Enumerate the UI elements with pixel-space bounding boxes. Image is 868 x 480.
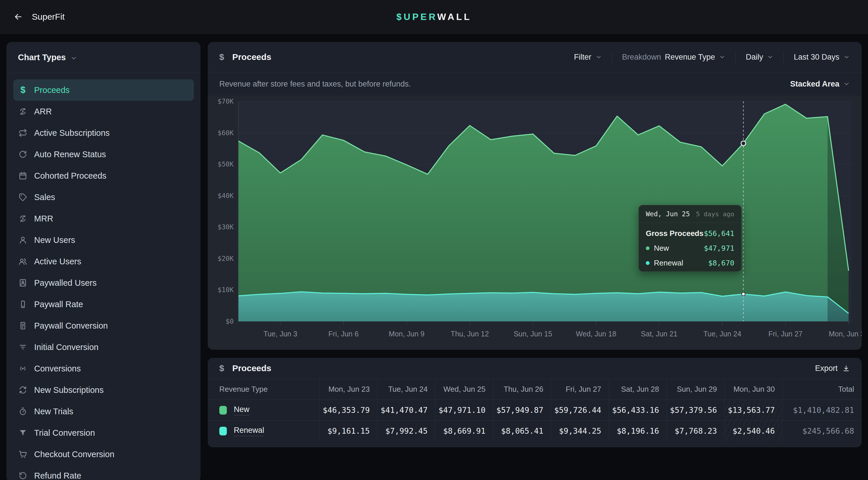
chart-types-header[interactable]: Chart Types: [6, 42, 200, 73]
sidebar-item-label: Refund Rate: [34, 471, 81, 480]
chart-type-dropdown[interactable]: Stacked Area: [790, 80, 850, 89]
chart-types-sidebar: Chart Types $Proceeds$ARRActive Subscrip…: [6, 42, 200, 480]
sidebar-item-auto-renew-status[interactable]: Auto Renew Status: [13, 144, 194, 165]
table-panel-title: Proceeds: [232, 363, 271, 373]
sidebar-item-arr[interactable]: $ARR: [13, 101, 194, 122]
svg-text:$10K: $10K: [218, 286, 234, 294]
svg-text:$60K: $60K: [218, 129, 234, 137]
tooltip-date: Wed, Jun 25: [646, 210, 690, 218]
sidebar-item-label: New Trials: [34, 407, 73, 416]
sidebar-item-label: New Users: [34, 235, 75, 245]
svg-text:Mon, Jun 30: Mon, Jun 30: [829, 330, 862, 338]
date-range-value: Last 30 Days: [794, 53, 839, 62]
proceeds-table: Revenue TypeMon, Jun 23Tue, Jun 24Wed, J…: [208, 379, 862, 441]
breakdown-label: Breakdown: [622, 53, 661, 62]
sidebar-item-refund-rate[interactable]: Refund Rate: [13, 465, 194, 480]
chart-type-value: Stacked Area: [790, 80, 839, 89]
breakdown-dropdown[interactable]: Breakdown Revenue Type: [622, 53, 726, 62]
superwall-dashboard: SuperFit $UPERWALL Chart Types $Proceeds…: [0, 0, 868, 480]
table-cell: $8,065.41: [493, 420, 551, 441]
export-label: Export: [815, 364, 838, 373]
download-icon: [842, 364, 850, 372]
radio-icon: [19, 364, 27, 373]
table-header-total: Total: [782, 379, 862, 399]
svg-text:Tue, Jun 3: Tue, Jun 3: [263, 330, 297, 338]
sidebar-item-cohorted-proceeds[interactable]: Cohorted Proceeds: [13, 165, 194, 186]
svg-text:$0: $0: [226, 318, 234, 325]
sidebar-item-label: New Subscriptions: [34, 385, 103, 395]
sidebar-item-initial-conversion[interactable]: Initial Conversion: [13, 336, 194, 358]
table-cell: $47,971.10: [435, 399, 493, 420]
svg-text:$20K: $20K: [218, 255, 234, 262]
sidebar-item-mrr[interactable]: $MRR: [13, 208, 194, 229]
sidebar-item-paywalled-users[interactable]: Paywalled Users: [13, 272, 194, 294]
series-swatch: [219, 427, 227, 436]
sidebar-item-label: Paywall Conversion: [34, 321, 108, 331]
sidebar-item-paywall-rate[interactable]: Paywall Rate: [13, 294, 194, 315]
granularity-dropdown[interactable]: Daily: [746, 53, 774, 62]
table-header-thu-jun-26: Thu, Jun 26: [493, 379, 551, 399]
table-cell: $57,379.56: [666, 399, 724, 420]
sidebar-item-checkout-conversion[interactable]: Checkout Conversion: [13, 444, 194, 465]
sidebar-item-sales[interactable]: Sales: [13, 186, 194, 208]
export-button[interactable]: Export: [815, 364, 850, 373]
breakdown-value: Revenue Type: [665, 53, 715, 62]
table-header-mon-jun-23: Mon, Jun 23: [319, 379, 377, 399]
svg-text:Fri, Jun 27: Fri, Jun 27: [769, 330, 803, 338]
users-icon: [19, 257, 27, 266]
svg-text:Sat, Jun 21: Sat, Jun 21: [641, 330, 677, 338]
table-cell: $57,949.87: [493, 399, 551, 420]
table-header-revenue-type: Revenue Type: [208, 379, 319, 399]
tooltip-body: Gross Proceeds$56,641New$47,971Renewal$8…: [639, 223, 741, 270]
table-cell: $2,540.46: [724, 420, 782, 441]
proceeds-chart-panel: $ Proceeds Filter Breakdown Revenue Type…: [208, 42, 862, 350]
date-range-dropdown[interactable]: Last 30 Days: [794, 53, 850, 62]
series-swatch: [219, 406, 227, 415]
proceeds-chart-svg[interactable]: $0$10K$20K$30K$40K$50K$60K$70KTue, Jun 3…: [208, 95, 862, 350]
chart-types-title: Chart Types: [18, 53, 66, 62]
repeat-icon: [19, 128, 27, 137]
sidebar-item-new-subscriptions[interactable]: New Subscriptions: [13, 379, 194, 401]
sidebar-item-active-users[interactable]: Active Users: [13, 251, 194, 272]
filter-lines-icon: [19, 343, 27, 352]
sidebar-item-active-subscriptions[interactable]: Active Subscriptions: [13, 122, 194, 144]
revenue-type-label[interactable]: Renewal: [234, 426, 264, 436]
svg-text:$50K: $50K: [218, 160, 234, 168]
chevron-down-icon: [70, 55, 77, 62]
sidebar-item-proceeds[interactable]: $Proceeds: [13, 79, 194, 101]
sidebar-item-conversions[interactable]: Conversions: [13, 358, 194, 379]
tooltip-row-value: $8,670: [708, 259, 734, 267]
table-header-tue-jun-24: Tue, Jun 24: [377, 379, 435, 399]
svg-text:Tue, Jun 24: Tue, Jun 24: [703, 330, 741, 338]
revenue-type-label[interactable]: New: [234, 405, 249, 415]
svg-text:$30K: $30K: [218, 223, 234, 231]
sidebar-item-paywall-conversion[interactable]: Paywall Conversion: [13, 315, 194, 336]
chevron-down-icon: [767, 54, 774, 61]
sidebar-item-new-users[interactable]: New Users: [13, 229, 194, 251]
sidebar-item-label: Initial Conversion: [34, 342, 98, 352]
mrr-cycle-icon: $: [19, 214, 27, 223]
dollar-icon: $: [219, 363, 224, 373]
sidebar-item-label: Auto Renew Status: [34, 150, 106, 159]
id-card-icon: [19, 278, 27, 287]
tooltip-relative-time: 5 days ago: [696, 210, 734, 218]
proceeds-chart[interactable]: $0$10K$20K$30K$40K$50K$60K$70KTue, Jun 3…: [208, 95, 862, 350]
arr-cycle-icon: $: [19, 107, 27, 116]
dollar-icon: $: [219, 52, 224, 62]
phone-icon: [19, 300, 27, 309]
table-cell: $7,992.45: [377, 420, 435, 441]
sidebar-item-new-trials[interactable]: New Trials: [13, 401, 194, 422]
svg-text:Wed, Jun 18: Wed, Jun 18: [576, 330, 616, 338]
table-cell: $59,726.44: [551, 399, 609, 420]
filter-dropdown[interactable]: Filter: [574, 53, 602, 62]
cart-icon: [19, 450, 27, 458]
sidebar-item-trial-conversion[interactable]: Trial Conversion: [13, 422, 194, 444]
chart-panel-title: Proceeds: [232, 52, 271, 62]
table-header-sat-jun-28: Sat, Jun 28: [609, 379, 666, 399]
back-button[interactable]: [13, 12, 23, 22]
sidebar-item-label: Checkout Conversion: [34, 450, 114, 459]
user-icon: [19, 236, 27, 244]
table-row-label-renewal: Renewal: [208, 420, 319, 441]
table-cell: $8,196.16: [609, 420, 666, 441]
tooltip-row-new: New$47,971: [646, 241, 734, 256]
